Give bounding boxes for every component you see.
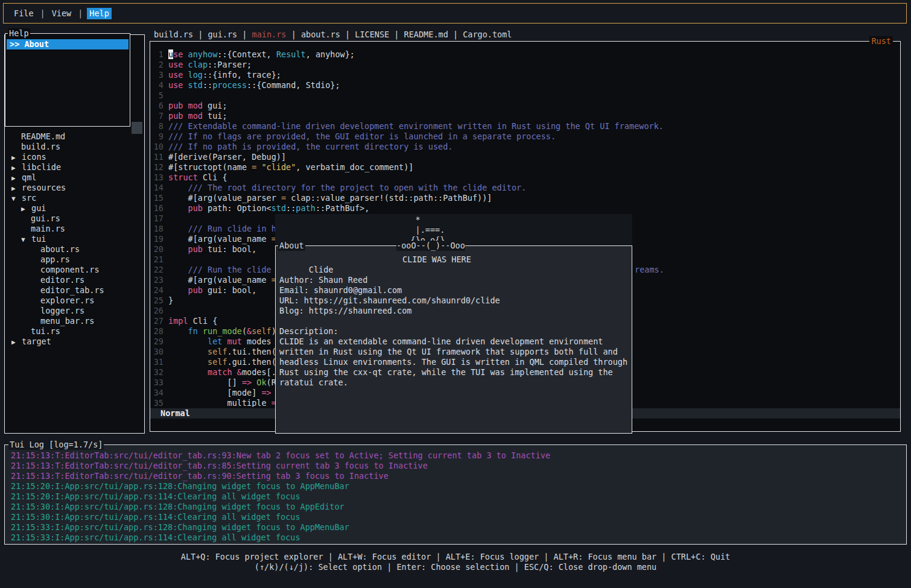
line-number: 30 (153, 347, 163, 357)
explorer-item-label: target (22, 337, 51, 346)
explorer-item-label: explorer.rs (40, 296, 94, 305)
line-number: 28 (153, 326, 163, 337)
folder-collapsed-icon: ▶ (21, 204, 31, 214)
menu-item-file[interactable]: File (11, 8, 36, 19)
explorer-item-label: README.md (21, 131, 65, 141)
tab-license[interactable]: LICENSE (355, 30, 389, 39)
tab-about.rs[interactable]: about.rs (301, 30, 340, 39)
folder-expanded-icon: ▼ (11, 194, 22, 204)
explorer-item-build-rs[interactable]: build.rs (5, 142, 143, 152)
explorer-item-libclide[interactable]: ▶libclide (5, 162, 143, 172)
tab-readme.md[interactable]: README.md (404, 30, 448, 39)
explorer-item-tui[interactable]: ▼tui (5, 234, 143, 244)
line-number: 12 (153, 162, 163, 172)
folder-collapsed-icon: ▶ (11, 173, 22, 183)
log-entry: 21:15:20:I:App:src/tui/app.rs:128:Changi… (11, 481, 904, 492)
explorer-item-gui[interactable]: ▶gui (5, 203, 143, 213)
tab-cargo.toml[interactable]: Cargo.toml (463, 30, 512, 39)
help-dropdown-item-about[interactable]: >> About (7, 39, 129, 49)
explorer-item-icons[interactable]: ▶icons (5, 152, 143, 162)
line-number: 7 (153, 111, 163, 121)
code-line-text: self.gui.then( (168, 357, 276, 367)
log-entry: 21:15:13:T:EditorTab:src/tui/editor_tab.… (11, 450, 904, 461)
tui-log-panel: Tui Log [log=1.7/s] 21:15:13:T:EditorTab… (4, 444, 907, 545)
code-line: 12#[structopt(name = "clide", verbatim_d… (153, 162, 899, 172)
explorer-item-menu_bar-rs[interactable]: menu_bar.rs (5, 316, 143, 326)
explorer-item-editor_tab-rs[interactable]: editor_tab.rs (5, 285, 143, 296)
code-line-text: pub gui: bool, (168, 285, 256, 295)
explorer-item-label: resources (22, 183, 66, 192)
line-number: 18 (153, 224, 163, 234)
explorer-item-label: qml (22, 172, 36, 182)
explorer-item-resources[interactable]: ▶resources (5, 183, 143, 193)
code-line-text: use log::{info, trace}; (168, 70, 281, 80)
code-line-text: /// If no flags are provided, the GUI ed… (168, 131, 556, 141)
explorer-item-explorer-rs[interactable]: explorer.rs (5, 296, 143, 306)
tab-separator: | (389, 30, 404, 39)
log-entry: 21:15:13:T:EditorTab:src/tui/editor_tab.… (11, 471, 904, 481)
folder-expanded-icon: ▼ (21, 235, 31, 245)
code-line-text: pub mod gui; (168, 101, 227, 110)
explorer-item-about-rs[interactable]: about.rs (5, 244, 143, 254)
explorer-item-component-rs[interactable]: component.rs (5, 265, 143, 275)
code-line-text: use anyhow::{Context, Result, anyhow}; (168, 49, 355, 59)
explorer-item-readme-md[interactable]: README.md (5, 131, 143, 142)
code-line-text: use clap::Parser; (168, 60, 252, 69)
explorer-item-main-rs[interactable]: main.rs (5, 224, 143, 234)
line-number: 20 (153, 244, 163, 254)
code-line-text: #[derive(Parser, Debug)] (168, 152, 286, 162)
code-line: 5 (153, 90, 899, 101)
code-line-text: #[structopt(name = "clide", verbatim_doc… (168, 162, 413, 172)
project-explorer-items: README.mdbuild.rs▶icons▶libclide▶qml▶res… (5, 131, 143, 347)
line-number: 13 (153, 172, 163, 183)
menu-separator: | (78, 8, 83, 19)
line-number: 11 (153, 152, 163, 162)
editor-mode-label: Normal (150, 408, 190, 418)
tab-main.rs[interactable]: main.rs (252, 30, 287, 39)
explorer-item-label: build.rs (21, 142, 60, 151)
explorer-item-label: icons (22, 152, 46, 162)
line-number: 19 (153, 234, 163, 244)
tui-log-title: Tui Log [log=1.7/s] (8, 440, 104, 450)
explorer-item-editor-rs[interactable]: editor.rs (5, 275, 143, 285)
code-line-text: #[arg(value_parser = clap::value_parser!… (168, 193, 492, 203)
line-number: 32 (153, 367, 163, 378)
log-entry: 21:15:13:T:EditorTab:src/tui/editor_tab.… (11, 461, 904, 471)
tab-gui.rs[interactable]: gui.rs (208, 30, 237, 39)
code-line-text: self.tui.then( (168, 347, 276, 356)
explorer-item-label: editor.rs (40, 275, 84, 285)
explorer-item-label: app.rs (40, 254, 70, 264)
code-line-text: [] => Ok(R (168, 378, 276, 387)
explorer-item-src[interactable]: ▼src (5, 193, 143, 203)
explorer-item-target[interactable]: ▶target (5, 337, 143, 347)
code-line-text: #[arg(value_name = (168, 275, 276, 285)
menu-item-help[interactable]: Help (87, 8, 112, 19)
explorer-item-logger-rs[interactable]: logger.rs (5, 306, 143, 316)
explorer-item-qml[interactable]: ▶qml (5, 172, 143, 183)
dropdown-scrollbar-thumb[interactable] (132, 122, 142, 134)
about-popup-box: About -ooO--(_)--Ooo Clide CLIDE WAS HER… (275, 245, 632, 434)
explorer-item-tui-rs[interactable]: tui.rs (5, 326, 143, 337)
line-number: 27 (153, 316, 163, 326)
line-number: 35 (153, 398, 163, 407)
tab-separator: | (287, 30, 301, 39)
line-number: 29 (153, 337, 163, 347)
code-line: 6pub mod gui; (153, 101, 899, 111)
code-line-text: match &modes[. (168, 367, 276, 377)
about-popup: * |.===. {}o o{} About -ooO--(_)--Ooo Cl… (275, 214, 632, 434)
about-popup-body: Author: Shaun Reed Email: shaunrd0@gmail… (279, 265, 627, 388)
tab-build.rs[interactable]: build.rs (154, 30, 193, 39)
menu-item-view[interactable]: View (49, 8, 74, 19)
code-line: 7pub mod tui; (153, 111, 899, 121)
line-number: 34 (153, 388, 163, 398)
line-number: 33 (153, 378, 163, 388)
explorer-item-label: about.rs (40, 244, 80, 254)
code-line-text: /// Run the clide (168, 265, 276, 274)
line-number: 16 (153, 203, 163, 213)
menu-items: File|View|Help (11, 8, 112, 19)
about-popup-title: About (278, 241, 305, 251)
code-line-text: pub tui: bool, (168, 244, 256, 254)
tab-separator: | (237, 30, 252, 39)
explorer-item-gui-rs[interactable]: gui.rs (5, 213, 143, 224)
explorer-item-app-rs[interactable]: app.rs (5, 254, 143, 265)
